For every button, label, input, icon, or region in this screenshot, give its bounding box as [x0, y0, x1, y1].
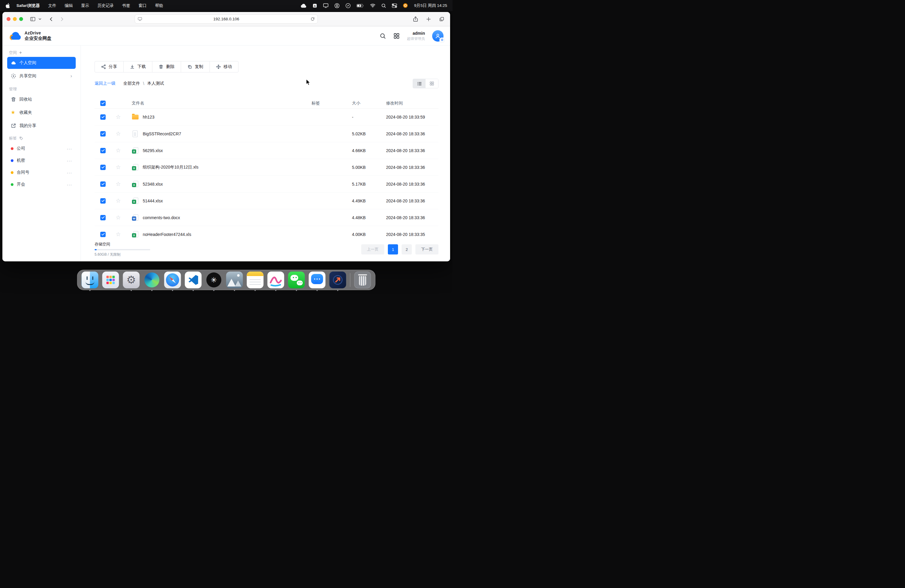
- edge-dock-icon[interactable]: [144, 272, 160, 288]
- favorite-star-icon[interactable]: ☆: [111, 198, 125, 203]
- chat-dock-icon[interactable]: [309, 272, 325, 288]
- favorite-star-icon[interactable]: ☆: [111, 164, 125, 170]
- sidebar-tag-开会[interactable]: 开会···: [7, 178, 76, 191]
- file-name[interactable]: 52348.xlsx: [143, 182, 163, 186]
- share-page-button[interactable]: [411, 15, 419, 23]
- download-action-button[interactable]: 下载: [123, 61, 152, 72]
- favorite-star-icon[interactable]: ☆: [111, 181, 125, 187]
- sidebar-tag-合同号[interactable]: 合同号···: [7, 167, 76, 178]
- page-1-button[interactable]: 1: [388, 244, 398, 254]
- wechat-dock-icon[interactable]: [288, 272, 305, 288]
- safari-dock-icon[interactable]: [164, 272, 181, 288]
- control-center-icon[interactable]: [392, 3, 397, 8]
- table-row[interactable]: ☆X56295.xlsx4.66KB2024-08-20 18:33:36: [95, 142, 438, 159]
- tab-overview-button[interactable]: [438, 15, 446, 23]
- finder-dock-icon[interactable]: [82, 272, 98, 288]
- table-row[interactable]: ☆hh123-2024-08-20 18:33:59: [95, 109, 438, 126]
- freeform-dock-icon[interactable]: [268, 272, 284, 288]
- back-to-parent-link[interactable]: 返回上一级: [95, 81, 116, 86]
- screen-recording-indicator-icon[interactable]: [403, 3, 408, 8]
- menubar-menu-文件[interactable]: 文件: [48, 3, 56, 8]
- wifi-status-icon[interactable]: [370, 3, 376, 8]
- notes-dock-icon[interactable]: [247, 272, 264, 288]
- close-window-button[interactable]: [6, 17, 11, 21]
- favorite-star-icon[interactable]: ☆: [111, 231, 125, 237]
- sidebar-item-personal-space[interactable]: 个人空间: [7, 57, 76, 69]
- back-button[interactable]: [47, 15, 56, 23]
- input-source-icon[interactable]: A: [313, 3, 317, 8]
- row-checkbox[interactable]: [100, 215, 106, 220]
- select-all-checkbox[interactable]: [100, 100, 106, 106]
- table-row[interactable]: ☆X组织架构-2020年10月12日.xls5.00KB2024-08-20 1…: [95, 159, 438, 176]
- menubar-menu-显示[interactable]: 显示: [81, 3, 89, 8]
- sidebar-item-favorites[interactable]: ★ 收藏夹: [7, 106, 76, 119]
- table-row[interactable]: ☆X51444.xlsx4.49KB2024-08-20 18:33:36: [95, 192, 438, 209]
- table-row[interactable]: ☆X52348.xlsx5.17KB2024-08-20 18:33:36: [95, 176, 438, 192]
- minimize-window-button[interactable]: [13, 17, 17, 21]
- page-2-button[interactable]: 2: [402, 244, 412, 254]
- sidebar-tag-机密[interactable]: 机密···: [7, 154, 76, 167]
- search-icon[interactable]: [379, 33, 386, 39]
- list-view-button[interactable]: [413, 79, 426, 88]
- menubar-menu-历史记录[interactable]: 历史记录: [98, 3, 114, 8]
- new-tab-button[interactable]: [424, 15, 433, 23]
- favorite-star-icon[interactable]: ☆: [111, 148, 125, 153]
- move-action-button[interactable]: 移动: [210, 61, 238, 72]
- favorite-star-icon[interactable]: ☆: [111, 215, 125, 220]
- file-name[interactable]: hh123: [143, 114, 154, 119]
- photos-dock-icon[interactable]: [226, 272, 243, 288]
- row-checkbox[interactable]: [100, 198, 106, 203]
- tag-more-icon[interactable]: ···: [67, 158, 72, 163]
- delete-action-button[interactable]: 删除: [152, 61, 181, 72]
- zoom-window-button[interactable]: [19, 17, 23, 21]
- sidebar-item-my-shares[interactable]: 我的分享: [7, 120, 76, 132]
- sidebar-toggle-button[interactable]: [29, 15, 37, 23]
- column-header-name[interactable]: 文件名: [125, 100, 311, 106]
- trash-dock-icon[interactable]: [354, 272, 371, 288]
- user-account-status-icon[interactable]: [334, 3, 340, 8]
- avatar[interactable]: ⚙: [432, 30, 443, 41]
- breadcrumb-root[interactable]: 全部文件: [123, 81, 140, 86]
- file-name[interactable]: 组织架构-2020年10月12日.xls: [143, 165, 198, 170]
- prev-page-button[interactable]: 上一页: [361, 244, 384, 254]
- menubar-menu-帮助[interactable]: 帮助: [155, 3, 163, 8]
- grid-view-button[interactable]: [426, 79, 438, 88]
- sidebar-tag-公司[interactable]: 公司···: [7, 143, 76, 154]
- menubar-clock[interactable]: 9月5日 周四 14:25: [414, 3, 447, 8]
- chatgpt-dock-icon[interactable]: ✳: [206, 272, 222, 288]
- apple-menu-icon[interactable]: [5, 3, 10, 8]
- menubar-menu-窗口[interactable]: 窗口: [138, 3, 147, 8]
- display-status-icon[interactable]: [323, 3, 329, 8]
- file-name[interactable]: comments-two.docx: [143, 215, 180, 220]
- row-checkbox[interactable]: [100, 114, 106, 120]
- reload-icon[interactable]: [310, 17, 315, 21]
- row-checkbox[interactable]: [100, 165, 106, 170]
- file-name[interactable]: noHeaderFooter47244.xls: [143, 232, 191, 237]
- file-name[interactable]: 56295.xlsx: [143, 148, 163, 153]
- row-checkbox[interactable]: [100, 148, 106, 153]
- row-checkbox[interactable]: [100, 181, 106, 187]
- settings-gear-icon[interactable]: ⚙: [440, 38, 445, 43]
- remote-dock-icon[interactable]: [330, 272, 346, 288]
- share-action-button[interactable]: 分享: [95, 61, 124, 72]
- sidebar-item-recycle-bin[interactable]: 回收站: [7, 94, 76, 105]
- copy-action-button[interactable]: 复制: [181, 61, 210, 72]
- table-row[interactable]: ☆Wcomments-two.docx4.48KB2024-08-20 18:3…: [95, 209, 438, 226]
- spotlight-search-icon[interactable]: [381, 3, 386, 8]
- column-header-tag[interactable]: 标签: [311, 100, 352, 106]
- address-bar[interactable]: 192.168.0.106: [135, 14, 318, 24]
- sidebar-chevron-button[interactable]: [37, 15, 43, 23]
- menubar-app-name[interactable]: Safari浏览器: [16, 3, 40, 8]
- add-space-icon[interactable]: +: [19, 50, 22, 55]
- launchpad-dock-icon[interactable]: [102, 272, 119, 288]
- table-row[interactable]: ☆BigSSTRecord2CR75.02KB2024-08-20 18:33:…: [95, 126, 438, 142]
- tag-more-icon[interactable]: ···: [67, 146, 72, 151]
- favorite-star-icon[interactable]: ☆: [111, 114, 125, 120]
- row-checkbox[interactable]: [100, 131, 106, 137]
- file-name[interactable]: BigSSTRecord2CR7: [143, 132, 181, 136]
- menubar-menu-书签[interactable]: 书签: [122, 3, 130, 8]
- menubar-menu-编辑[interactable]: 编辑: [65, 3, 73, 8]
- icloud-status-icon[interactable]: [300, 3, 307, 8]
- settings-dock-icon[interactable]: ⚙: [123, 272, 140, 288]
- apps-grid-icon[interactable]: [393, 33, 400, 39]
